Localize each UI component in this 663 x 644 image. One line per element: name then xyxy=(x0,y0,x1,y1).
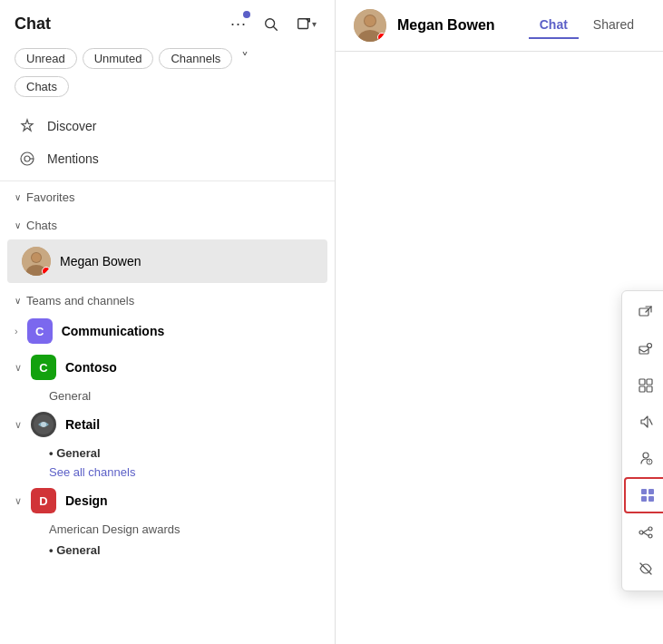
team-item-contoso[interactable]: ∨ C Contoso xyxy=(0,349,335,385)
more-options-button[interactable]: ··· xyxy=(227,11,250,37)
team-item-design[interactable]: ∨ D Design xyxy=(0,483,335,519)
compose-button[interactable]: ▾ xyxy=(292,13,320,36)
contoso-name: Contoso xyxy=(65,360,117,375)
svg-point-12 xyxy=(41,422,46,427)
team-item-communications[interactable]: › C Communications xyxy=(0,313,335,349)
hide-icon xyxy=(637,560,655,578)
mentions-label: Mentions xyxy=(47,151,99,166)
retail-icon xyxy=(34,415,54,434)
mentions-icon xyxy=(18,150,36,168)
contoso-avatar: C xyxy=(31,355,56,380)
filter-chips-row1: Unread Unmuted Channels ˅ xyxy=(0,44,335,76)
svg-point-16 xyxy=(365,15,375,26)
megan-avatar xyxy=(22,247,51,276)
discover-icon xyxy=(18,117,36,135)
teams-section-label: Teams and channels xyxy=(26,294,134,307)
filter-more-button[interactable]: ˅ xyxy=(238,48,252,69)
filter-chip-unmuted[interactable]: Unmuted xyxy=(83,48,154,69)
search-button[interactable] xyxy=(259,13,283,36)
svg-rect-2 xyxy=(298,18,308,28)
svg-rect-24 xyxy=(647,379,652,385)
design-general-channel[interactable]: General xyxy=(0,540,335,561)
menu-item-notify[interactable]: Notify when available xyxy=(622,440,663,476)
right-panel: Megan Bowen Chat Shared Open in new wind… xyxy=(336,0,663,644)
retail-avatar xyxy=(31,412,56,437)
svg-line-40 xyxy=(643,532,648,536)
svg-point-19 xyxy=(648,344,652,348)
design-name: Design xyxy=(65,493,108,508)
filter-chip-unread[interactable]: Unread xyxy=(15,48,77,69)
right-panel-user-name: Megan Bowen xyxy=(397,17,518,34)
svg-line-22 xyxy=(644,349,648,352)
megan-name: Megan Bowen xyxy=(60,254,141,268)
svg-line-1 xyxy=(273,26,277,30)
open-window-icon xyxy=(637,304,655,322)
menu-item-move-to[interactable]: Move to › xyxy=(622,367,663,404)
teams-chevron: ∨ xyxy=(15,296,21,306)
discover-label: Discover xyxy=(47,119,96,133)
design-american-channel[interactable]: American Design awards xyxy=(0,519,335,540)
manage-apps-icon xyxy=(639,486,657,504)
mute-icon xyxy=(637,413,655,431)
svg-line-39 xyxy=(643,530,648,533)
svg-point-10 xyxy=(32,253,41,262)
favorites-label: Favorites xyxy=(26,190,74,204)
context-menu: Open in new window Mark as unread xyxy=(621,290,663,591)
menu-item-workflows[interactable]: Workflows xyxy=(622,514,663,551)
design-avatar: D xyxy=(31,488,56,513)
chats-section-label: Chats xyxy=(26,219,57,232)
svg-point-36 xyxy=(639,531,643,534)
filter-chip-chats[interactable]: Chats xyxy=(15,76,69,97)
three-dots-icon: ··· xyxy=(230,15,247,34)
svg-rect-25 xyxy=(639,386,645,392)
svg-line-21 xyxy=(639,349,644,352)
svg-rect-17 xyxy=(639,308,648,316)
chats-section-header[interactable]: ∨ Chats xyxy=(0,213,335,238)
svg-rect-35 xyxy=(648,496,654,502)
search-icon xyxy=(263,16,279,33)
svg-line-27 xyxy=(649,419,652,424)
svg-point-38 xyxy=(648,534,652,538)
compose-icon xyxy=(296,16,312,33)
svg-point-37 xyxy=(648,527,652,531)
teams-section-header[interactable]: ∨ Teams and channels xyxy=(0,288,335,313)
filter-chip-channels[interactable]: Channels xyxy=(159,48,232,69)
retail-name: Retail xyxy=(65,417,100,432)
right-header: Megan Bowen Chat Shared xyxy=(336,0,663,52)
svg-point-28 xyxy=(643,453,648,458)
svg-line-41 xyxy=(640,563,651,574)
team-item-retail[interactable]: ∨ Retail xyxy=(0,406,335,443)
chat-item-megan[interactable]: Megan Bowen xyxy=(7,239,327,283)
chat-title: Chat xyxy=(15,15,51,34)
svg-rect-26 xyxy=(647,386,652,392)
contoso-general-channel[interactable]: General xyxy=(0,385,335,406)
svg-rect-34 xyxy=(641,496,647,502)
menu-item-mark-unread[interactable]: Mark as unread xyxy=(622,331,663,367)
left-header: Chat ··· xyxy=(0,0,335,44)
menu-item-hide[interactable]: Hide xyxy=(622,551,663,587)
menu-item-manage-apps[interactable]: Manage apps xyxy=(624,477,663,513)
svg-rect-32 xyxy=(641,489,647,494)
communications-avatar: C xyxy=(27,318,53,344)
avatar-status-dot xyxy=(42,267,51,276)
app-container: Chat ··· xyxy=(0,0,663,644)
move-to-icon xyxy=(637,376,655,395)
notification-dot xyxy=(243,11,250,18)
retail-general-channel[interactable]: General xyxy=(0,443,335,463)
mark-unread-icon xyxy=(637,340,655,358)
header-icons: ··· ▾ xyxy=(227,11,320,37)
right-panel-avatar xyxy=(354,9,386,42)
menu-item-open-new-window[interactable]: Open in new window xyxy=(622,295,663,331)
svg-rect-23 xyxy=(639,379,645,385)
svg-point-31 xyxy=(649,463,650,463)
nav-item-discover[interactable]: Discover xyxy=(0,110,335,142)
see-all-channels-link[interactable]: See all channels xyxy=(0,463,335,483)
svg-rect-33 xyxy=(648,489,654,494)
menu-item-mute[interactable]: Mute xyxy=(622,404,663,440)
favorites-chevron: ∨ xyxy=(15,192,21,202)
filter-chips-row2: Chats xyxy=(0,76,335,104)
tab-shared[interactable]: Shared xyxy=(582,12,645,39)
favorites-section-header[interactable]: ∨ Favorites xyxy=(0,185,335,210)
tab-chat[interactable]: Chat xyxy=(529,12,579,39)
nav-item-mentions[interactable]: Mentions xyxy=(0,142,335,175)
